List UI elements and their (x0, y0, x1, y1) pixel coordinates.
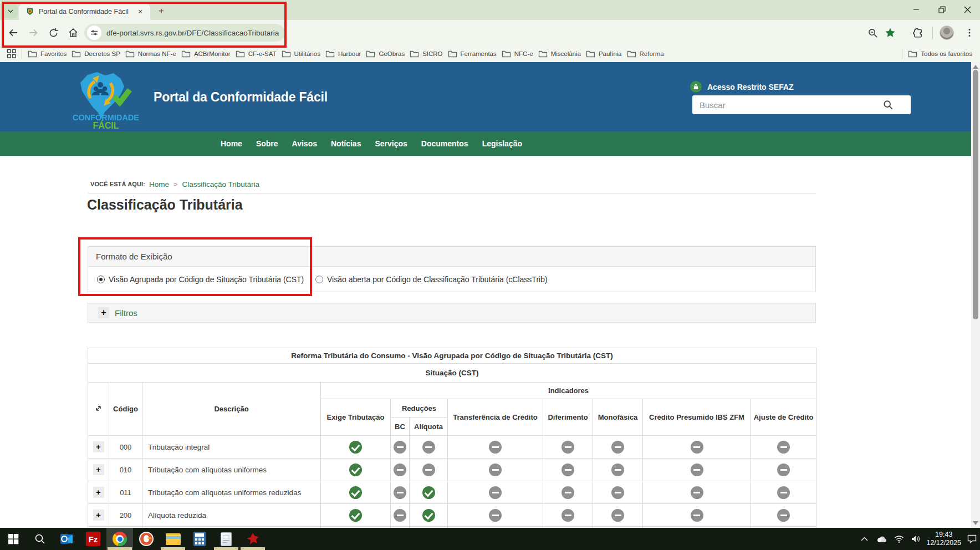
restricted-access-label: Acesso Restrito SEFAZ (707, 83, 794, 91)
bookmark-folder[interactable]: CF-e-SAT (236, 50, 277, 58)
expand-row-cell: + (88, 436, 109, 459)
cell-indicator (321, 436, 391, 459)
taskbar-app-filezilla[interactable]: Fz (80, 528, 106, 550)
bookmark-folder[interactable]: Harbour (325, 50, 361, 58)
taskbar-app-outlook[interactable] (53, 528, 80, 550)
window-close-button[interactable] (955, 0, 980, 19)
bookmark-folder[interactable]: Normas NF-e (125, 50, 176, 58)
taskbar-app-chrome[interactable] (106, 528, 133, 550)
taskbar-app-redapp[interactable] (239, 528, 266, 550)
apps-grid-icon[interactable] (7, 49, 17, 59)
cell-indicator (543, 459, 593, 481)
nav-item-home[interactable]: Home (221, 139, 242, 148)
bookmark-folder[interactable]: Reforma (627, 50, 664, 58)
bookmark-label: Decretos SP (84, 50, 120, 57)
nav-item-servicos[interactable]: Serviços (375, 139, 407, 148)
scrollbar-down-arrow[interactable] (973, 521, 978, 525)
radio-label: Visão aberta por Código de Classificação… (327, 275, 548, 284)
tray-date-text: 12/12/2025 (926, 539, 961, 547)
expand-row-button[interactable]: + (93, 441, 104, 452)
bookmark-label: Reforma (640, 50, 664, 57)
cell-indicator (410, 481, 448, 504)
bookmark-folder[interactable]: NFC-e (502, 50, 533, 58)
site-title: Portal da Conformidade Fácil (154, 90, 328, 105)
bookmark-star-icon[interactable] (884, 26, 896, 39)
filters-bar[interactable]: + Filtros (88, 303, 816, 323)
scrollbar-thumb[interactable] (973, 70, 978, 319)
nav-item-avisos[interactable]: Avisos (292, 139, 317, 148)
window-minimize-button[interactable] (904, 0, 929, 19)
cell-indicator (391, 459, 410, 481)
tray-time-text: 19:43 (926, 531, 961, 539)
minus-icon (422, 441, 435, 454)
running-indicator (161, 547, 185, 550)
folder-icon (125, 50, 135, 58)
site-header: CONFORMIDADE FÁCIL Portal da Conformidad… (0, 62, 971, 131)
expand-row-button[interactable]: + (93, 464, 104, 475)
svg-text:FÁCIL: FÁCIL (93, 120, 119, 130)
bookmark-folder[interactable]: Miscelânia (538, 50, 581, 58)
bookmark-folder[interactable]: Paulínia (586, 50, 622, 58)
expand-row-button[interactable]: + (93, 510, 104, 521)
filezilla-icon: Fz (86, 532, 100, 546)
lock-icon (690, 81, 702, 93)
taskbar-app-notepad[interactable] (213, 528, 239, 550)
radio-option-2[interactable]: Visão aberta por Código de Classificação… (315, 267, 548, 292)
bookmark-folder[interactable]: SICRO (410, 50, 442, 58)
folder-icon (28, 50, 37, 58)
bookmarks-divider (22, 49, 22, 59)
bookmark-folder[interactable]: Favoritos (28, 50, 67, 58)
taskbar-app-duckduckgo[interactable] (133, 528, 160, 550)
breadcrumb-current-link[interactable]: Classificação Tributária (182, 180, 260, 189)
restricted-access-link[interactable]: Acesso Restrito SEFAZ (690, 81, 794, 93)
col-header-ajuste: Ajuste de Crédito (751, 399, 816, 436)
onedrive-icon[interactable] (873, 528, 890, 550)
tray-clock[interactable]: 19:43 12/12/2025 (926, 531, 961, 547)
volume-icon[interactable] (907, 528, 925, 550)
cell-indicator (543, 504, 593, 527)
cell-indicator (643, 436, 751, 459)
nav-item-noticias[interactable]: Notícias (331, 139, 361, 148)
all-bookmarks-button[interactable]: Todos os favoritos (908, 50, 972, 58)
minus-icon (394, 441, 406, 454)
browser-menu-icon[interactable] (963, 26, 976, 39)
bookmark-label: GeObras (379, 50, 405, 57)
cell-codigo: 000 (109, 436, 142, 459)
taskbar-app-search[interactable] (27, 528, 53, 550)
expand-all-button[interactable] (88, 383, 109, 436)
taskbar-app-explorer[interactable] (160, 528, 186, 550)
nav-item-sobre[interactable]: Sobre (256, 139, 278, 148)
minus-icon (691, 464, 703, 476)
action-center-icon[interactable] (963, 528, 980, 550)
taskbar-app-calculator[interactable] (186, 528, 213, 550)
minus-icon (394, 486, 406, 499)
window-restore-button[interactable] (929, 0, 955, 19)
expand-row-button[interactable]: + (93, 487, 104, 498)
bookmark-folder[interactable]: Decretos SP (72, 50, 120, 58)
content-divider (88, 193, 816, 193)
minus-icon (562, 441, 574, 454)
nav-item-documentos[interactable]: Documentos (421, 139, 468, 148)
zoom-icon[interactable] (866, 26, 879, 39)
breadcrumb-home-link[interactable]: Home (149, 180, 169, 189)
profile-avatar[interactable] (940, 26, 954, 40)
taskbar-app-start[interactable] (0, 528, 27, 550)
red-app-icon (246, 532, 260, 546)
site-search-input[interactable] (692, 100, 865, 110)
bookmark-folder[interactable]: Ferramentas (448, 50, 497, 58)
site-search-button[interactable] (865, 95, 911, 114)
wifi-icon[interactable] (890, 528, 907, 550)
minus-icon (611, 486, 624, 499)
cell-indicator (448, 436, 543, 459)
radio-unselected[interactable] (315, 276, 323, 283)
bookmark-folder[interactable]: Utilitários (282, 50, 320, 58)
bookmark-folder[interactable]: ACBrMonitor (181, 50, 231, 58)
page-scrollbar[interactable] (971, 62, 980, 528)
table-subtitle: Situação (CST) (88, 364, 816, 383)
extensions-icon[interactable] (912, 26, 924, 39)
running-indicator (241, 547, 265, 550)
scrollbar-up-arrow[interactable] (973, 65, 978, 69)
tray-chevron-icon[interactable] (856, 528, 873, 550)
bookmark-folder[interactable]: GeObras (366, 50, 405, 58)
nav-item-legislacao[interactable]: Legislação (482, 139, 522, 148)
